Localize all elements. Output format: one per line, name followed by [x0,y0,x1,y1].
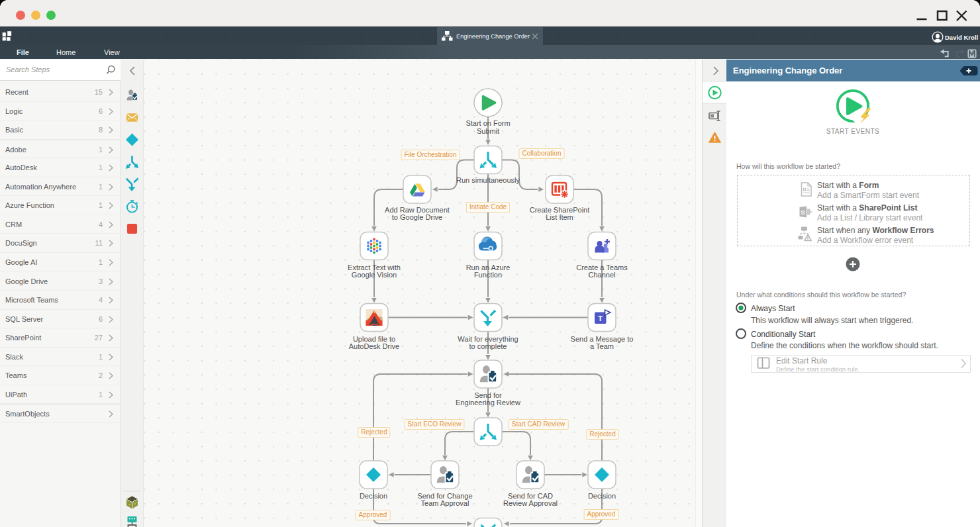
svg-text:Engineering Change Order: Engineering Change Order [456,33,530,40]
svg-text:T: T [598,314,603,322]
